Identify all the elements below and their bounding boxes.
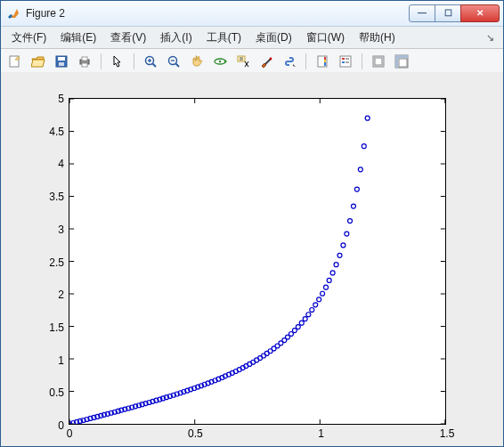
y-tick-label: 1 (58, 354, 64, 367)
svg-point-148 (345, 232, 349, 236)
menu-item[interactable]: 编辑(E) (53, 28, 103, 47)
data-cursor-icon (236, 54, 250, 69)
toolbar-separator (362, 53, 362, 69)
svg-point-147 (341, 243, 345, 248)
svg-rect-26 (324, 60, 326, 62)
svg-point-142 (324, 285, 329, 289)
insert-colorbar-button[interactable] (312, 51, 333, 72)
figure-canvas[interactable]: 00.511.522.533.544.5500.511.5 (1, 72, 503, 446)
toolbar (1, 49, 503, 75)
y-tick-label: 3.5 (49, 191, 64, 203)
maximize-icon: ☐ (444, 9, 452, 18)
svg-point-143 (327, 278, 331, 282)
y-tick-label: 2.5 (49, 256, 64, 269)
x-tick-label: 0.5 (188, 427, 203, 440)
zoom-out-icon (167, 54, 181, 69)
svg-rect-2 (58, 57, 65, 61)
plot-svg (69, 99, 445, 424)
print-icon (77, 54, 92, 69)
svg-rect-35 (395, 55, 408, 58)
pointer-button[interactable] (107, 51, 128, 72)
hide-plot-tools-button[interactable] (368, 51, 389, 72)
pan-button[interactable] (186, 51, 207, 72)
svg-rect-33 (375, 58, 382, 65)
svg-line-8 (153, 64, 157, 68)
rotate-3d-button[interactable] (209, 51, 231, 72)
save-icon (54, 54, 69, 69)
svg-point-151 (354, 187, 359, 191)
brush-button[interactable] (256, 51, 277, 72)
insert-colorbar-icon (315, 54, 329, 69)
x-tick-label: 1.5 (440, 427, 455, 440)
open-file-button[interactable] (28, 51, 49, 72)
pan-icon (190, 54, 204, 69)
save-button[interactable] (51, 51, 72, 72)
link-plots-button[interactable] (279, 51, 300, 72)
axes[interactable]: 00.511.522.533.544.5500.511.5 (69, 98, 446, 425)
svg-point-137 (306, 313, 311, 317)
dock-figure-icon[interactable]: ↘ (481, 30, 500, 45)
toolbar-separator (101, 53, 102, 69)
menu-item[interactable]: 帮助(H) (352, 28, 402, 47)
svg-point-22 (270, 58, 272, 61)
minimize-button[interactable]: — (409, 4, 435, 22)
toolbar-separator (305, 53, 306, 69)
toolbar-separator (134, 53, 134, 69)
x-tick-label: 0 (67, 427, 73, 440)
window-title: Figure 2 (26, 7, 65, 20)
data-cursor-button[interactable] (232, 51, 254, 72)
svg-point-133 (292, 329, 297, 333)
pointer-icon (110, 54, 125, 69)
svg-point-153 (362, 144, 366, 149)
open-file-icon (31, 54, 45, 69)
y-tick-label: 4 (58, 158, 64, 170)
svg-point-134 (296, 325, 300, 329)
x-tick-label: 1 (318, 427, 324, 440)
y-tick-label: 1.5 (49, 321, 64, 334)
menu-item[interactable]: 插入(I) (153, 28, 199, 47)
maximize-button[interactable]: ☐ (435, 4, 461, 22)
menu-bar: 文件(F)编辑(E)查看(V)插入(I)工具(T)桌面(D)窗口(W)帮助(H)… (1, 27, 503, 49)
zoom-in-icon (143, 54, 158, 69)
menu-item[interactable]: 工具(T) (199, 28, 248, 47)
link-plots-icon (282, 54, 297, 69)
svg-point-154 (365, 116, 370, 120)
insert-legend-icon (338, 54, 353, 69)
close-icon: ✕ (476, 9, 484, 18)
svg-point-152 (358, 167, 362, 172)
menu-item[interactable]: 窗口(W) (299, 28, 352, 47)
title-bar[interactable]: Figure 2 — ☐ ✕ (1, 1, 503, 27)
svg-rect-25 (324, 57, 326, 60)
svg-point-135 (299, 321, 304, 325)
menu-item[interactable]: 查看(V) (103, 28, 153, 47)
y-tick-label: 0 (58, 419, 64, 432)
svg-point-15 (219, 61, 221, 62)
rotate-3d-icon (213, 54, 227, 69)
svg-rect-16 (238, 56, 245, 61)
new-figure-button[interactable] (4, 51, 26, 72)
svg-rect-3 (59, 62, 64, 66)
show-plot-tools-icon (394, 54, 409, 69)
svg-rect-36 (395, 58, 398, 68)
y-tick-label: 3 (58, 224, 64, 236)
print-button[interactable] (74, 51, 95, 72)
hide-plot-tools-icon (371, 54, 386, 69)
insert-legend-button[interactable] (335, 51, 356, 72)
zoom-out-button[interactable] (163, 51, 184, 72)
matlab-icon (6, 6, 20, 20)
svg-rect-37 (399, 59, 407, 67)
y-tick-label: 0.5 (49, 386, 64, 399)
minimize-icon: — (418, 9, 427, 18)
figure-window: Figure 2 — ☐ ✕ 文件(F)编辑(E)查看(V)插入(I)工具(T)… (0, 0, 504, 447)
zoom-in-button[interactable] (140, 51, 161, 72)
svg-point-141 (321, 291, 325, 296)
close-button[interactable]: ✕ (460, 4, 500, 22)
y-tick-label: 4.5 (49, 126, 64, 138)
svg-point-144 (330, 271, 335, 275)
svg-point-150 (351, 204, 355, 208)
svg-rect-6 (82, 63, 87, 67)
menu-item[interactable]: 文件(F) (4, 28, 53, 47)
menu-item[interactable]: 桌面(D) (248, 28, 299, 47)
brush-icon (259, 54, 273, 69)
show-plot-tools-button[interactable] (391, 51, 412, 72)
